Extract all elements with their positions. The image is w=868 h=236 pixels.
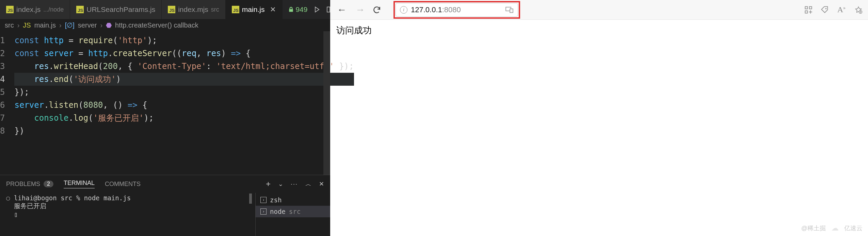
close-panel-icon[interactable]: ✕	[319, 180, 324, 188]
terminal-sessions-list: › zsh › node src	[255, 193, 330, 236]
js-file-icon: JS	[23, 21, 31, 29]
terminal-session-node[interactable]: › node src	[256, 206, 330, 217]
variable-icon: [∅]	[65, 21, 75, 29]
svg-rect-6	[805, 11, 807, 13]
bc-symbol: server	[78, 21, 97, 29]
breadcrumb[interactable]: src › JS main.js › [∅] server › ⬣ http.c…	[0, 19, 330, 31]
panel-actions: + ⌄ ··· ︿ ✕	[266, 179, 324, 189]
apps-icon[interactable]	[805, 6, 812, 14]
editor-tab-2[interactable]: JS index.mjs src	[162, 0, 226, 19]
lock-badge[interactable]: 949	[288, 5, 307, 14]
session-label: zsh	[270, 196, 282, 204]
address-bar[interactable]: i 127.0.0.1:8080	[396, 3, 518, 17]
bc-callback: http.createServer() callback	[115, 21, 198, 29]
chevron-right-icon: ›	[17, 21, 20, 29]
tab-desc: .../node	[43, 6, 64, 13]
vscode-editor: JS index.js .../node JS URLSearchParams.…	[0, 0, 330, 236]
js-file-icon: JS	[6, 6, 14, 13]
minimap[interactable]	[323, 31, 330, 175]
method-icon: ⬣	[106, 21, 112, 29]
terminal-output[interactable]: ○ lihai@bogon src % node main.js 服务已开启 ▯	[0, 193, 255, 236]
tab-label: index.mjs	[178, 5, 208, 14]
browser-viewport[interactable]: 访问成功 @稀土掘 ☁ 亿速云	[330, 20, 868, 236]
address-highlight: i 127.0.0.1:8080	[393, 1, 520, 19]
editor-tab-bar: JS index.js .../node JS URLSearchParams.…	[0, 0, 330, 19]
panel-tab-problems[interactable]: PROBLEMS 2	[6, 181, 53, 188]
back-button[interactable]: ←	[336, 4, 348, 15]
favorites-icon[interactable]	[854, 6, 863, 14]
panel-tab-terminal[interactable]: TERMINAL	[64, 180, 95, 188]
tag-icon[interactable]	[821, 6, 829, 14]
watermarks: @稀土掘 ☁ 亿速云	[801, 224, 863, 233]
chevron-right-icon: ›	[100, 21, 102, 29]
terminal-icon: ›	[260, 208, 267, 215]
panel-body: ○ lihai@bogon src % node main.js 服务已开启 ▯…	[0, 193, 330, 236]
code-editor[interactable]: 1 2 3 4 5 6 7 8 const http = require('ht…	[0, 31, 330, 175]
text-size-icon[interactable]: A»	[837, 5, 846, 14]
svg-rect-5	[809, 6, 811, 9]
session-label: node	[270, 208, 286, 215]
new-terminal-icon[interactable]: +	[266, 179, 271, 189]
watermark-logo-icon: ☁	[831, 224, 839, 233]
editor-tab-1[interactable]: JS URLSearchParams.js	[70, 0, 162, 19]
terminal-icon: ›	[260, 197, 267, 203]
bc-file: main.js	[34, 21, 56, 29]
toolbar-right: A»	[805, 5, 863, 14]
svg-rect-4	[805, 6, 807, 9]
tab-label: index.js	[16, 5, 41, 14]
session-desc: src	[289, 208, 301, 215]
forward-button[interactable]: →	[354, 4, 366, 15]
site-info-icon[interactable]: i	[400, 6, 407, 14]
chevron-right-icon: ›	[59, 21, 62, 29]
editor-tab-0[interactable]: JS index.js .../node	[0, 0, 70, 19]
js-file-icon: JS	[76, 6, 84, 13]
lock-icon	[288, 6, 294, 13]
bottom-panel: PROBLEMS 2 TERMINAL COMMENTS + ⌄ ··· ︿ ✕…	[0, 175, 330, 236]
svg-rect-3	[510, 9, 513, 13]
lock-count: 949	[295, 5, 307, 14]
device-icon[interactable]	[505, 7, 514, 13]
terminal-session-zsh[interactable]: › zsh	[256, 194, 330, 206]
browser-toolbar: ← → i 127.0.0.1:8080 A»	[330, 0, 868, 20]
scroll-indicator	[249, 193, 252, 204]
bc-folder: src	[5, 21, 14, 29]
minimap-slider[interactable]	[323, 31, 330, 175]
watermark-text: @稀土掘	[801, 224, 826, 232]
run-icon[interactable]	[314, 6, 320, 13]
problems-count-badge: 2	[44, 181, 53, 187]
close-icon[interactable]: ✕	[270, 5, 276, 14]
tab-label: URLSearchParams.js	[86, 5, 155, 14]
more-icon[interactable]: ···	[291, 181, 298, 188]
url-text[interactable]: 127.0.0.1:8080	[411, 5, 502, 14]
page-text: 访问成功	[336, 25, 372, 35]
editor-tab-3[interactable]: JS main.js ✕	[226, 0, 283, 19]
tab-label: main.js	[242, 5, 265, 14]
panel-tab-bar: PROBLEMS 2 TERMINAL COMMENTS + ⌄ ··· ︿ ✕	[0, 175, 330, 193]
watermark-text: 亿速云	[844, 224, 863, 232]
chevron-up-icon[interactable]: ︿	[305, 180, 311, 188]
browser-window: ← → i 127.0.0.1:8080 A»	[330, 0, 868, 236]
refresh-button[interactable]	[372, 5, 385, 14]
svg-point-9	[825, 8, 826, 9]
line-gutter: 1 2 3 4 5 6 7 8	[0, 34, 14, 175]
chevron-down-icon[interactable]: ⌄	[278, 180, 283, 188]
js-file-icon: JS	[232, 6, 239, 13]
panel-tab-comments[interactable]: COMMENTS	[105, 181, 141, 188]
js-file-icon: JS	[168, 6, 175, 13]
code-content[interactable]: const http = require('http'); const serv…	[14, 34, 354, 175]
tab-desc: src	[211, 6, 219, 13]
